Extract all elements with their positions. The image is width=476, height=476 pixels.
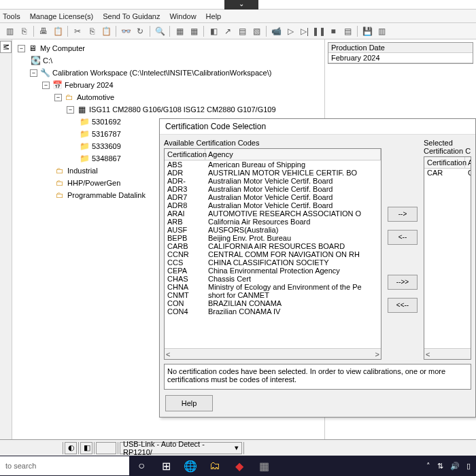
list-row[interactable]: ARAIAUTOMOTIVE RESEARCH ASSOCIATION O: [165, 209, 381, 218]
chevron-down-icon[interactable]: ⌄: [224, 0, 258, 10]
menu-tools[interactable]: Tools: [3, 12, 20, 20]
col-agency[interactable]: Agency: [465, 157, 471, 168]
list-row[interactable]: BEPBBeijing Env. Prot. Bureau: [165, 234, 381, 242]
list-row[interactable]: AUSFAUSFORS(Australia): [165, 226, 381, 234]
toolbar-icon[interactable]: ▧: [250, 24, 263, 38]
list-row[interactable]: CAR Californ: [424, 169, 471, 177]
copy-icon[interactable]: ⎘: [85, 24, 99, 38]
collapse-icon[interactable]: −: [67, 106, 74, 114]
collapse-icon[interactable]: −: [18, 45, 25, 52]
list-row[interactable]: CARBCALIFORNIA AIR RESOURCES BOARD: [165, 242, 381, 250]
cell: CALIFORNIA AIR RESOURCES BOARD: [205, 242, 381, 250]
toolbar-icon[interactable]: 👓: [119, 24, 133, 38]
save-icon[interactable]: 💾: [360, 24, 374, 38]
paste-icon[interactable]: 📋: [51, 24, 65, 38]
app-icon[interactable]: ▦: [252, 456, 276, 476]
scrollbar-horizontal[interactable]: <>: [165, 348, 381, 359]
list-row[interactable]: CONBRAZILIAN CONAMA: [165, 299, 381, 307]
column-header[interactable]: Production Date: [328, 43, 473, 53]
tree-label: HHP/PowerGen: [67, 179, 120, 187]
col-cert[interactable]: Certification: [424, 157, 465, 168]
available-list[interactable]: Certification Agency ABSAmerican Bureau …: [164, 148, 381, 360]
remove-all-button[interactable]: <<--: [388, 298, 418, 313]
list-row[interactable]: CCNRCENTRAL COMM FOR NAVIGATION ON RH: [165, 250, 381, 258]
cell: AUSTRLIAN MOTOR VEHICLE CERTIF. BO: [205, 169, 381, 177]
tray-icon[interactable]: ▯: [466, 462, 471, 471]
list-row[interactable]: ADR8Australian Motor Vehicle Certif. Boa…: [165, 201, 381, 209]
list-row[interactable]: ADR3Australian Motor Vehicle Certif. Boa…: [165, 185, 381, 193]
status-bar: ◐ ◧ USB-Link - Auto Detect - RP1210/ ▾: [0, 439, 476, 456]
selected-list[interactable]: Certification Agency CAR Californ <: [424, 156, 471, 360]
list-row[interactable]: CHNAMinistry of Ecology and Environment …: [165, 283, 381, 291]
tree-root[interactable]: −🖥My Computer: [15, 42, 322, 54]
list-row[interactable]: ADR7Australian Motor Vehicle Certif. Boa…: [165, 193, 381, 201]
play-icon[interactable]: ▷: [284, 24, 297, 38]
list-row[interactable]: ABSAmerican Bureau of Shipping: [165, 160, 381, 169]
cell: short for CANMET: [205, 291, 381, 299]
print-icon[interactable]: 🖶: [37, 24, 50, 38]
menu-manage-license[interactable]: Manage License(s): [30, 12, 94, 20]
toolbar-icon[interactable]: ▤: [341, 24, 354, 38]
connection-status[interactable]: USB-Link - Auto Detect - RP1210/ ▾: [120, 442, 242, 454]
production-date-grid: Production Date February 2024: [328, 42, 473, 64]
list-row[interactable]: CHASChassis Cert: [165, 275, 381, 283]
collapse-icon[interactable]: −: [42, 82, 50, 89]
tree-ecm[interactable]: −▦ISG11 CM2880 G106/G108 ISG12 CM2880 G1…: [15, 103, 322, 116]
taskview-icon[interactable]: ⊞: [154, 456, 178, 476]
remove-button[interactable]: <--: [388, 230, 418, 245]
menu-window[interactable]: Window: [169, 12, 196, 20]
cell: ADR-: [165, 177, 205, 185]
nav-tab[interactable]: M: [0, 41, 12, 53]
cut-icon[interactable]: ✂: [71, 24, 84, 38]
forward-icon[interactable]: ▷|: [298, 24, 311, 38]
tree-auto[interactable]: −🗀Automotive: [15, 91, 322, 103]
toolbar-icon[interactable]: ▥: [3, 24, 16, 38]
toolbar-icon[interactable]: ▤: [235, 24, 249, 38]
help-button[interactable]: Help: [165, 395, 213, 411]
tree-month[interactable]: −📅February 2024: [15, 79, 322, 91]
refresh-icon[interactable]: ↻: [133, 24, 147, 38]
search-input[interactable]: to search: [0, 456, 129, 475]
list-row[interactable]: CNMTshort for CANMET: [165, 291, 381, 299]
edge-icon[interactable]: 🌐: [178, 456, 203, 476]
cell-value[interactable]: February 2024: [328, 53, 473, 63]
search-icon[interactable]: 🔍: [153, 24, 167, 38]
wifi-icon[interactable]: ⇅: [437, 462, 443, 471]
paste-icon[interactable]: 📋: [99, 24, 113, 38]
scrollbar-horizontal[interactable]: <: [424, 348, 471, 359]
export-icon[interactable]: ↗: [221, 24, 235, 38]
cell: CARB: [165, 242, 205, 250]
tree-drive[interactable]: 💽C:\: [15, 54, 322, 67]
list-row[interactable]: ADRAUSTRLIAN MOTOR VEHICLE CERTIF. BO: [165, 169, 381, 177]
collapse-icon[interactable]: −: [54, 94, 62, 101]
cortana-icon[interactable]: ○: [129, 456, 154, 476]
explorer-icon[interactable]: 🗂: [203, 456, 227, 476]
list-row[interactable]: CCSCHINA CLASSIFICATION SOCIETY: [165, 258, 381, 267]
toolbar-icon[interactable]: ⎘: [17, 24, 31, 38]
list-row[interactable]: ARBCalifornia Air Resources Board: [165, 218, 381, 226]
col-agency[interactable]: Agency: [205, 149, 381, 160]
toolbar-icon[interactable]: ◧: [207, 24, 220, 38]
app-icon[interactable]: ◆: [227, 456, 252, 476]
system-tray[interactable]: ˄ ⇅ 🔊 ▯: [426, 462, 476, 471]
chevron-up-icon[interactable]: ˄: [426, 462, 430, 471]
menu-send-guidanz[interactable]: Send To Guidanz: [103, 12, 160, 20]
sound-icon[interactable]: 🔊: [450, 462, 460, 471]
add-button[interactable]: -->: [388, 207, 418, 222]
col-cert[interactable]: Certification: [165, 149, 205, 160]
collapse-icon[interactable]: −: [30, 69, 37, 77]
record-icon[interactable]: 📹: [269, 24, 283, 38]
tree-label: Programmable Datalink: [67, 191, 146, 199]
toolbar-icon[interactable]: ▥: [375, 24, 388, 38]
add-all-button[interactable]: -->>: [388, 275, 418, 290]
pause-icon[interactable]: ❚❚: [312, 24, 326, 38]
list-row[interactable]: CEPAChina Environmental Protection Agenc…: [165, 267, 381, 275]
toolbar-icon[interactable]: ▦: [173, 24, 186, 38]
toolbar-icon[interactable]: ▦: [187, 24, 201, 38]
tree-label: My Computer: [40, 44, 85, 52]
menu-help[interactable]: Help: [206, 12, 222, 20]
list-row[interactable]: CON4Brazilian CONAMA IV: [165, 307, 381, 316]
list-row[interactable]: ADR-Australian Motor Vehicle Certif. Boa…: [165, 177, 381, 185]
stop-icon[interactable]: ■: [326, 24, 340, 38]
tree-workspace[interactable]: −🔧Calibration Workspace (C:\Intelect\INS…: [15, 67, 322, 79]
